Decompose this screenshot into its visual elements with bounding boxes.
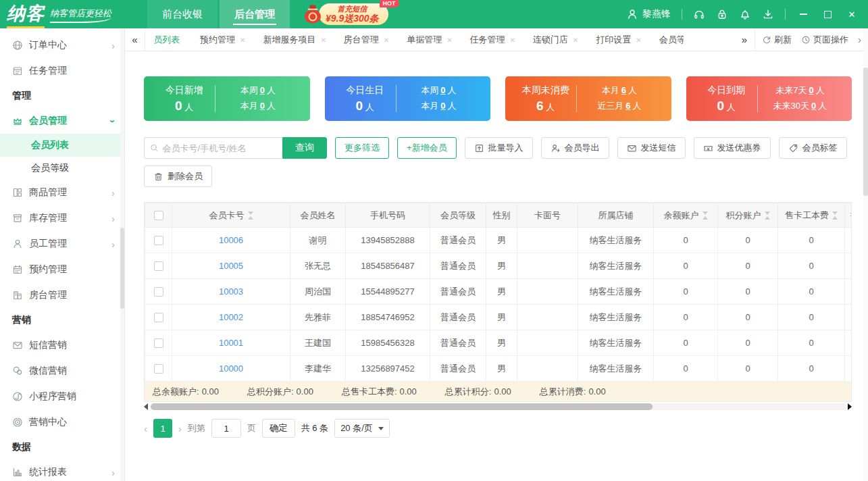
member-tag-button[interactable]: 会员标签 [779,137,847,159]
sidebar-item-marketing-center[interactable]: 营销中心 [0,409,124,435]
page-tab-new-service[interactable]: 新增服务项目 [263,34,326,46]
stat-sub-value[interactable]: 0 [440,85,445,95]
sidebar-item-staff-manage[interactable]: 员工管理 [0,231,124,257]
close-icon[interactable] [240,34,245,45]
sort-icon[interactable] [248,211,253,220]
member-card-link[interactable]: 10006 [219,235,243,245]
row-checkbox[interactable] [154,338,163,348]
page-operations-button[interactable]: 页面操作 [801,34,848,46]
chevron-right-icon[interactable] [858,34,861,45]
col-points[interactable]: 积分账户 [718,203,778,228]
page-tab-print-settings[interactable]: 打印设置 [596,34,641,46]
stat-sub-value[interactable]: 0 [811,101,816,111]
refresh-button[interactable]: 刷新 [762,34,792,46]
table-row[interactable]: 10000 李建华 13256897452 普通会员 男 纳客生活服务 0 0 … [145,356,852,382]
prev-page-button[interactable]: ‹ [144,423,147,434]
scrollbar-thumb[interactable] [151,403,653,410]
table-row[interactable]: 10003 周治国 15544895277 普通会员 男 纳客生活服务 0 0 … [145,279,852,305]
tab-backend-manage[interactable]: 后台管理 [220,0,290,28]
send-coupon-button[interactable]: 发送优惠券 [694,137,771,159]
notification-bell-icon[interactable] [739,8,751,20]
close-icon[interactable] [573,34,578,45]
close-icon[interactable] [510,34,515,45]
member-card-link[interactable]: 10001 [219,338,243,348]
tab-front-cashier[interactable]: 前台收银 [147,0,218,28]
window-close-button[interactable] [845,7,859,21]
goto-confirm-button[interactable]: 确定 [262,419,295,438]
table-row[interactable]: 10001 王建国 15985456328 普通会员 男 纳客生活服务 0 0 … [145,330,852,356]
sidebar-item-wechat-marketing[interactable]: 微信营销 [0,358,124,384]
page-tab-member-level[interactable]: 会员等级 [659,34,684,46]
user-menu[interactable]: 黎燕锋 [626,8,671,20]
row-checkbox[interactable] [154,287,163,297]
scrollbar-thumb[interactable] [863,68,868,196]
sidebar-item-miniapp-marketing[interactable]: 小程序营销 [0,384,124,409]
sidebar-item-report[interactable]: 统计报表 [0,459,124,481]
sidebar-item-room-manage[interactable]: 房台管理 [0,282,124,308]
row-checkbox[interactable] [154,364,163,374]
sort-icon[interactable] [765,211,770,220]
horizontal-scrollbar[interactable] [144,403,852,411]
sidebar-item-order-center[interactable]: 订单中心 [0,32,124,58]
close-icon[interactable] [384,34,389,45]
close-icon[interactable] [320,34,326,45]
batch-import-button[interactable]: 批量导入 [465,137,533,159]
more-filter-button[interactable]: 更多筛选 [335,137,389,159]
support-headset-icon[interactable] [693,8,705,20]
sort-icon[interactable] [832,211,838,220]
sidebar-item-task-manage[interactable]: 任务管理 [0,58,124,84]
sort-icon[interactable] [703,211,708,220]
lock-screen-icon[interactable] [716,8,728,20]
table-row[interactable]: 10006 谢明 13945852888 普通会员 男 纳客生活服务 0 0 0 [145,228,852,253]
stat-sub-value[interactable]: 6 [621,85,626,95]
select-all-checkbox[interactable] [154,211,163,220]
close-icon[interactable] [636,34,641,45]
window-maximize-button[interactable] [821,7,834,21]
sidebar-item-goods-manage[interactable]: 商品管理 [0,180,124,205]
current-page-button[interactable]: 1 [153,419,172,438]
stat-sub-value[interactable]: 0 [440,101,445,111]
next-page-button[interactable]: › [178,423,182,434]
page-tab-room[interactable]: 房台管理 [344,34,389,46]
add-member-button[interactable]: +新增会员 [397,137,457,159]
stat-sub-value[interactable]: 0 [260,85,265,95]
stat-sub-value[interactable]: 0 [809,85,813,95]
sidebar-item-booking-manage[interactable]: 预约管理 [0,257,124,282]
sidebar-item-member-list[interactable]: 会员列表 [0,134,124,157]
scroll-left-arrow-icon[interactable] [144,403,148,410]
sidebar-item-sms-marketing[interactable]: 短信营销 [0,332,124,358]
vertical-scrollbar[interactable] [863,28,868,481]
goto-page-input[interactable] [211,419,241,438]
member-search-input[interactable] [163,143,277,153]
stat-sub-value[interactable]: 6 [626,101,630,111]
sidebar-scrollbar[interactable] [120,28,124,481]
page-tab-receipt[interactable]: 单据管理 [407,34,452,46]
table-row[interactable]: 10005 张无忌 18545856487 普通会员 男 纳客生活服务 0 0 … [145,253,852,279]
member-card-link[interactable]: 10002 [219,312,243,322]
sidebar-item-member-manage[interactable]: 会员管理 [0,108,124,134]
window-minimize-button[interactable] [796,7,810,21]
page-size-select[interactable]: 20 条/页 [334,419,390,438]
table-row[interactable]: 10002 先雅菲 18854746952 普通会员 男 纳客生活服务 0 0 … [145,305,852,330]
page-tab-chain-store[interactable]: 连锁门店 [533,34,578,46]
col-card-no[interactable]: 会员卡号 [172,203,290,228]
col-card-fee[interactable]: 售卡工本费 [778,203,845,228]
member-card-link[interactable]: 10005 [219,261,243,271]
search-button[interactable]: 查询 [282,137,327,159]
member-card-link[interactable]: 10000 [219,363,243,374]
page-tab-member-list[interactable]: 会员列表 [154,34,182,46]
row-checkbox[interactable] [154,236,163,245]
tabs-scroll-right-button[interactable] [734,28,755,51]
scroll-right-arrow-icon[interactable] [848,403,852,410]
row-checkbox[interactable] [154,313,163,322]
row-checkbox[interactable] [154,261,163,271]
send-sms-button[interactable]: 发送短信 [617,137,686,159]
download-icon[interactable] [762,8,774,20]
close-icon[interactable] [446,34,452,45]
member-export-button[interactable]: 会员导出 [541,137,609,159]
sidebar-item-member-level[interactable]: 会员等级 [0,157,124,180]
member-card-link[interactable]: 10003 [219,286,243,297]
stat-sub-value[interactable]: 0 [260,101,265,111]
page-tab-task[interactable]: 任务管理 [470,34,515,46]
col-balance[interactable]: 余额账户 [654,203,718,228]
